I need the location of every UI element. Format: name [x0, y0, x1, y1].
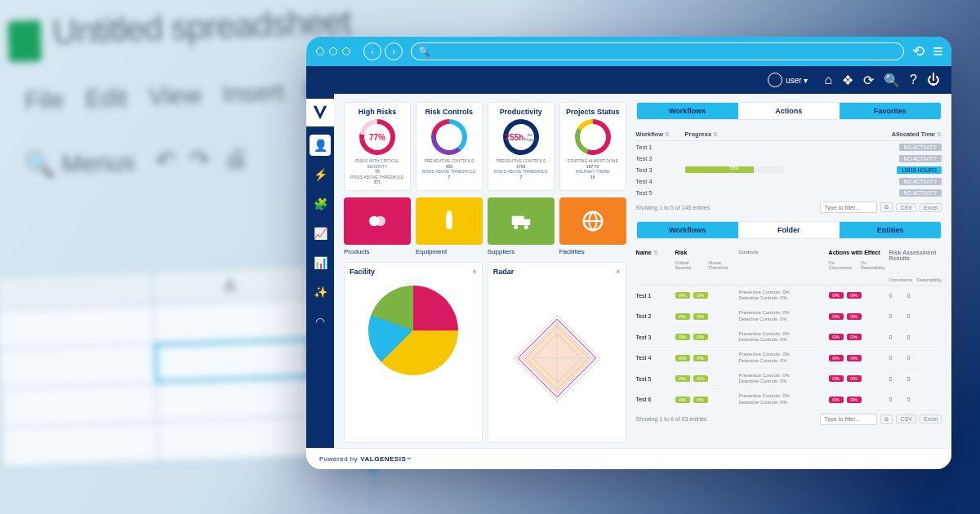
facility-panel: Facility× [344, 262, 483, 444]
nav-back-button[interactable]: ‹ [363, 42, 381, 60]
sidebar-puzzle-icon[interactable]: 🧩 [310, 193, 331, 215]
panel-title: Radar [493, 268, 514, 276]
dashboard-content: High Risks 77% RISKS WITH CRITICAL SEVER… [334, 94, 951, 448]
kpi-card[interactable]: High Risks 77% RISKS WITH CRITICAL SEVER… [344, 102, 411, 191]
table-showing: Showing 1 to 6 of 63 entries [636, 416, 707, 422]
table-row[interactable]: Test 3 70% 13818 HOURS [636, 164, 942, 175]
tile-label: Equipment [416, 248, 483, 255]
browser-titlebar: ‹ › 🔍 ⟲ ≡ [306, 37, 951, 66]
tab-folder[interactable]: Folder [738, 222, 840, 238]
tile-label: Products [344, 248, 411, 255]
risk-table: Name⇅ Risk Critical SeverityAbove Thresh… [636, 247, 942, 425]
category-labels: ProductsEquipmentSuppliersFacilities [344, 248, 626, 255]
spreadsheet-menu: FileEditViewInsertF [24, 76, 342, 115]
export-csv[interactable]: CSV [896, 414, 915, 423]
category-tiles [344, 197, 626, 245]
sidebar-chart-icon[interactable]: 📊 [310, 252, 331, 273]
address-bar[interactable]: 🔍 [411, 42, 904, 60]
tab-entities[interactable]: Entities [840, 222, 941, 238]
sheets-app-icon [7, 20, 42, 62]
avatar-icon [768, 73, 782, 87]
window-controls[interactable] [316, 47, 350, 55]
tile-suppliers[interactable] [488, 197, 555, 245]
table-row[interactable]: Test 5 0%0% Preventive Controls: 0%Detec… [636, 369, 942, 389]
facility-pie-chart [368, 286, 458, 375]
power-icon[interactable]: ⏻ [927, 73, 940, 87]
table-row[interactable]: Test 4 NO ACTIVITY [636, 175, 942, 187]
filter-input[interactable] [820, 202, 877, 213]
table-row[interactable]: Test 2 0%0% Preventive Controls: 0%Detec… [636, 306, 942, 326]
tabs-bottom: Workflows Folder Entities [636, 221, 942, 239]
sidebar-gauge-icon[interactable]: ◠ [310, 311, 331, 332]
app-footer: Powered by VALGENESIS™ [306, 448, 951, 469]
sort-icon[interactable]: ⇅ [937, 131, 942, 137]
copy-icon[interactable]: ⧉ [880, 202, 893, 212]
radar-chart [493, 279, 621, 438]
tab-actions[interactable]: Actions [738, 103, 840, 119]
sidebar-trend-icon[interactable]: 📈 [310, 223, 331, 244]
doc-title: Untitled spreadsheet [52, 2, 352, 52]
app-topbar: user ▾ ⌂ ❖ ⟳ 🔍 ? ⏻ [306, 66, 951, 94]
sort-icon[interactable]: ⇅ [713, 131, 718, 137]
sidebar: 👤 ⚡ 🧩 📈 📊 ✨ ◠ [306, 94, 334, 448]
help-icon[interactable]: ? [910, 73, 917, 87]
app-window: ‹ › 🔍 ⟲ ≡ user ▾ ⌂ ❖ ⟳ 🔍 ? ⏻ 👤 ⚡ 🧩 📈 📊 ✨… [306, 37, 951, 469]
tile-equipment[interactable] [416, 197, 483, 245]
table-row[interactable]: Test 1 NO ACTIVITY [636, 141, 942, 153]
panel-title: Facility [350, 268, 375, 276]
spreadsheet-toolbar: 🔍 Menus ↶ ↷ 🖨 [24, 143, 261, 179]
hamburger-icon[interactable]: ≡ [933, 41, 942, 62]
panel-close-icon[interactable]: × [616, 268, 620, 276]
sidebar-wand-icon[interactable]: ✨ [310, 281, 331, 303]
tile-label: Facilities [559, 248, 626, 255]
tile-facilities[interactable] [559, 197, 626, 245]
table-row[interactable]: Test 6 0%0% Preventive Controls: 0%Detec… [636, 389, 942, 410]
table-row[interactable]: Test 4 0%0% Preventive Controls: 0%Detec… [636, 348, 942, 368]
search-icon: 🔍 [418, 46, 430, 57]
brand-logo[interactable] [306, 99, 334, 126]
table-row[interactable]: Test 5 NO ACTIVITY [636, 187, 942, 198]
tab-favorites[interactable]: Favorites [840, 103, 941, 119]
kpi-card[interactable]: Projects Status STARTING ALMOST DONE107 … [559, 102, 626, 191]
export-excel[interactable]: Excel [920, 203, 942, 212]
kpi-card[interactable]: Productivity 255hper Project PREVENTIVE … [488, 102, 555, 191]
svg-point-6 [514, 225, 518, 229]
table-row[interactable]: Test 3 0%0% Preventive Controls: 0%Detec… [636, 327, 942, 348]
tile-products[interactable] [344, 197, 411, 245]
tabs-top: Workflows Actions Favorites [636, 102, 942, 120]
svg-point-1 [375, 215, 385, 226]
search-icon[interactable]: 🔍 [884, 73, 900, 88]
svg-point-7 [524, 225, 528, 229]
export-csv[interactable]: CSV [896, 203, 915, 212]
copy-icon[interactable]: ⧉ [880, 414, 893, 424]
table-row[interactable]: Test 1 0%0% Preventive Controls: 0%Detec… [636, 286, 942, 306]
reload-icon[interactable]: ⟲ [912, 42, 924, 60]
layers-icon[interactable]: ❖ [842, 73, 853, 88]
home-icon[interactable]: ⌂ [824, 73, 832, 87]
svg-rect-3 [447, 210, 451, 214]
refresh-icon[interactable]: ⟳ [863, 73, 874, 88]
kpi-card[interactable]: Risk Controls PREVENTIVE CONTROLS405RISK… [416, 102, 483, 191]
table-row[interactable]: Test 2 NO ACTIVITY [636, 153, 942, 164]
sort-icon[interactable]: ⇅ [665, 131, 670, 137]
sidebar-bolt-icon[interactable]: ⚡ [310, 164, 331, 185]
sidebar-people-icon[interactable]: 👤 [310, 135, 331, 156]
panel-close-icon[interactable]: × [473, 268, 477, 276]
export-excel[interactable]: Excel [920, 414, 942, 423]
brand-name: VALGENESIS [360, 455, 406, 463]
table-showing: Showing 1 to 5 of 140 entries [636, 205, 710, 210]
radar-panel: Radar× [488, 262, 626, 444]
svg-rect-2 [446, 213, 452, 229]
tile-label: Suppliers [488, 248, 555, 255]
svg-rect-4 [512, 215, 524, 224]
workflow-table: Workflow⇅ Progress⇅ Allocated Time⇅ Test… [636, 128, 942, 213]
tab-workflows[interactable]: Workflows [637, 103, 738, 119]
kpi-row: High Risks 77% RISKS WITH CRITICAL SEVER… [344, 102, 626, 191]
user-menu[interactable]: user ▾ [768, 73, 808, 87]
nav-forward-button[interactable]: › [385, 42, 403, 60]
filter-input[interactable] [820, 414, 877, 425]
svg-rect-5 [524, 219, 531, 225]
tab-workflows-2[interactable]: Workflows [637, 222, 738, 238]
